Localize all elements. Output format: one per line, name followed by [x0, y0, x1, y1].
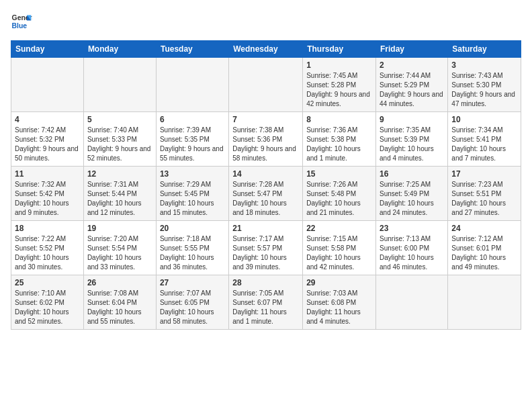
day-cell — [448, 275, 521, 330]
day-number: 27 — [160, 278, 225, 287]
day-number: 6 — [160, 115, 225, 124]
day-number: 15 — [306, 169, 372, 179]
day-cell: 10Sunrise: 7:34 AM Sunset: 5:41 PM Dayli… — [448, 112, 521, 167]
day-cell: 28Sunrise: 7:05 AM Sunset: 6:07 PM Dayli… — [229, 275, 303, 330]
header-row: SundayMondayTuesdayWednesdayThursdayFrid… — [11, 41, 521, 58]
day-cell: 9Sunrise: 7:35 AM Sunset: 5:39 PM Daylig… — [376, 112, 448, 167]
day-info: Sunrise: 7:15 AM Sunset: 5:58 PM Dayligh… — [306, 234, 372, 272]
header-tuesday: Tuesday — [156, 41, 228, 58]
day-info: Sunrise: 7:40 AM Sunset: 5:33 PM Dayligh… — [87, 126, 152, 163]
day-number: 26 — [87, 278, 152, 287]
day-number: 13 — [160, 169, 225, 179]
day-info: Sunrise: 7:25 AM Sunset: 5:49 PM Dayligh… — [380, 180, 444, 218]
day-number: 4 — [15, 115, 80, 124]
day-cell: 27Sunrise: 7:07 AM Sunset: 6:05 PM Dayli… — [156, 275, 228, 330]
day-info: Sunrise: 7:44 AM Sunset: 5:29 PM Dayligh… — [380, 71, 444, 109]
day-cell: 13Sunrise: 7:29 AM Sunset: 5:45 PM Dayli… — [156, 167, 228, 221]
day-info: Sunrise: 7:22 AM Sunset: 5:52 PM Dayligh… — [15, 234, 80, 272]
day-info: Sunrise: 7:31 AM Sunset: 5:44 PM Dayligh… — [87, 180, 152, 218]
day-cell: 8Sunrise: 7:36 AM Sunset: 5:38 PM Daylig… — [303, 112, 376, 167]
day-info: Sunrise: 7:26 AM Sunset: 5:48 PM Dayligh… — [306, 180, 372, 218]
day-number: 21 — [232, 224, 299, 233]
day-cell: 16Sunrise: 7:25 AM Sunset: 5:49 PM Dayli… — [376, 167, 448, 221]
day-info: Sunrise: 7:07 AM Sunset: 6:05 PM Dayligh… — [160, 289, 225, 326]
day-info: Sunrise: 7:08 AM Sunset: 6:04 PM Dayligh… — [87, 289, 152, 326]
day-cell: 6Sunrise: 7:39 AM Sunset: 5:35 PM Daylig… — [156, 112, 228, 167]
day-cell — [229, 58, 303, 112]
day-cell — [83, 58, 156, 112]
day-number: 17 — [451, 169, 517, 179]
day-number: 20 — [160, 224, 225, 233]
day-cell: 23Sunrise: 7:13 AM Sunset: 6:00 PM Dayli… — [376, 221, 448, 275]
logo-icon: General Blue — [11, 11, 32, 32]
day-number: 12 — [87, 169, 152, 179]
day-cell: 3Sunrise: 7:43 AM Sunset: 5:30 PM Daylig… — [448, 58, 521, 112]
header: General Blue — [11, 11, 521, 32]
day-number: 2 — [380, 60, 444, 70]
day-cell: 15Sunrise: 7:26 AM Sunset: 5:48 PM Dayli… — [303, 167, 376, 221]
day-cell — [376, 275, 448, 330]
day-cell: 14Sunrise: 7:28 AM Sunset: 5:47 PM Dayli… — [229, 167, 303, 221]
day-cell: 21Sunrise: 7:17 AM Sunset: 5:57 PM Dayli… — [229, 221, 303, 275]
header-saturday: Saturday — [448, 41, 521, 58]
week-row-4: 25Sunrise: 7:10 AM Sunset: 6:02 PM Dayli… — [11, 275, 521, 330]
day-number: 11 — [15, 169, 80, 179]
day-cell: 17Sunrise: 7:23 AM Sunset: 5:51 PM Dayli… — [448, 167, 521, 221]
day-number: 14 — [232, 169, 299, 179]
day-info: Sunrise: 7:35 AM Sunset: 5:39 PM Dayligh… — [380, 126, 444, 163]
day-number: 25 — [15, 278, 80, 287]
day-number: 18 — [15, 224, 80, 233]
day-number: 29 — [306, 278, 372, 287]
day-info: Sunrise: 7:05 AM Sunset: 6:07 PM Dayligh… — [232, 289, 299, 326]
day-cell — [156, 58, 228, 112]
day-number: 22 — [306, 224, 372, 233]
day-cell — [11, 58, 84, 112]
day-cell: 25Sunrise: 7:10 AM Sunset: 6:02 PM Dayli… — [11, 275, 84, 330]
week-row-2: 11Sunrise: 7:32 AM Sunset: 5:42 PM Dayli… — [11, 167, 521, 221]
day-cell: 1Sunrise: 7:45 AM Sunset: 5:28 PM Daylig… — [303, 58, 376, 112]
week-row-1: 4Sunrise: 7:42 AM Sunset: 5:32 PM Daylig… — [11, 112, 521, 167]
day-info: Sunrise: 7:03 AM Sunset: 6:08 PM Dayligh… — [306, 289, 372, 326]
day-number: 7 — [232, 115, 299, 124]
day-info: Sunrise: 7:10 AM Sunset: 6:02 PM Dayligh… — [15, 289, 80, 326]
header-thursday: Thursday — [303, 41, 376, 58]
day-info: Sunrise: 7:13 AM Sunset: 6:00 PM Dayligh… — [380, 234, 444, 272]
day-cell: 11Sunrise: 7:32 AM Sunset: 5:42 PM Dayli… — [11, 167, 84, 221]
day-number: 16 — [380, 169, 444, 179]
day-info: Sunrise: 7:45 AM Sunset: 5:28 PM Dayligh… — [306, 71, 372, 109]
day-cell: 19Sunrise: 7:20 AM Sunset: 5:54 PM Dayli… — [83, 221, 156, 275]
day-cell: 29Sunrise: 7:03 AM Sunset: 6:08 PM Dayli… — [303, 275, 376, 330]
day-info: Sunrise: 7:38 AM Sunset: 5:36 PM Dayligh… — [232, 126, 299, 163]
logo: General Blue — [11, 11, 35, 32]
day-info: Sunrise: 7:39 AM Sunset: 5:35 PM Dayligh… — [160, 126, 225, 163]
header-sunday: Sunday — [11, 41, 84, 58]
svg-text:Blue: Blue — [12, 22, 28, 30]
week-row-3: 18Sunrise: 7:22 AM Sunset: 5:52 PM Dayli… — [11, 221, 521, 275]
day-info: Sunrise: 7:23 AM Sunset: 5:51 PM Dayligh… — [451, 180, 517, 218]
day-cell: 4Sunrise: 7:42 AM Sunset: 5:32 PM Daylig… — [11, 112, 84, 167]
week-row-0: 1Sunrise: 7:45 AM Sunset: 5:28 PM Daylig… — [11, 58, 521, 112]
day-cell: 26Sunrise: 7:08 AM Sunset: 6:04 PM Dayli… — [83, 275, 156, 330]
day-number: 10 — [451, 115, 517, 124]
header-monday: Monday — [83, 41, 156, 58]
day-info: Sunrise: 7:34 AM Sunset: 5:41 PM Dayligh… — [451, 126, 517, 163]
day-cell: 22Sunrise: 7:15 AM Sunset: 5:58 PM Dayli… — [303, 221, 376, 275]
day-info: Sunrise: 7:17 AM Sunset: 5:57 PM Dayligh… — [232, 234, 299, 272]
day-number: 23 — [380, 224, 444, 233]
day-cell: 7Sunrise: 7:38 AM Sunset: 5:36 PM Daylig… — [229, 112, 303, 167]
day-info: Sunrise: 7:32 AM Sunset: 5:42 PM Dayligh… — [15, 180, 80, 218]
day-cell: 5Sunrise: 7:40 AM Sunset: 5:33 PM Daylig… — [83, 112, 156, 167]
day-cell: 20Sunrise: 7:18 AM Sunset: 5:55 PM Dayli… — [156, 221, 228, 275]
day-info: Sunrise: 7:43 AM Sunset: 5:30 PM Dayligh… — [451, 71, 517, 109]
day-info: Sunrise: 7:28 AM Sunset: 5:47 PM Dayligh… — [232, 180, 299, 218]
day-number: 24 — [451, 224, 517, 233]
day-number: 3 — [451, 60, 517, 70]
header-friday: Friday — [376, 41, 448, 58]
day-cell: 12Sunrise: 7:31 AM Sunset: 5:44 PM Dayli… — [83, 167, 156, 221]
day-number: 19 — [87, 224, 152, 233]
day-info: Sunrise: 7:18 AM Sunset: 5:55 PM Dayligh… — [160, 234, 225, 272]
day-info: Sunrise: 7:12 AM Sunset: 6:01 PM Dayligh… — [451, 234, 517, 272]
day-number: 5 — [87, 115, 152, 124]
calendar-table: SundayMondayTuesdayWednesdayThursdayFrid… — [11, 40, 521, 330]
day-number: 8 — [306, 115, 372, 124]
